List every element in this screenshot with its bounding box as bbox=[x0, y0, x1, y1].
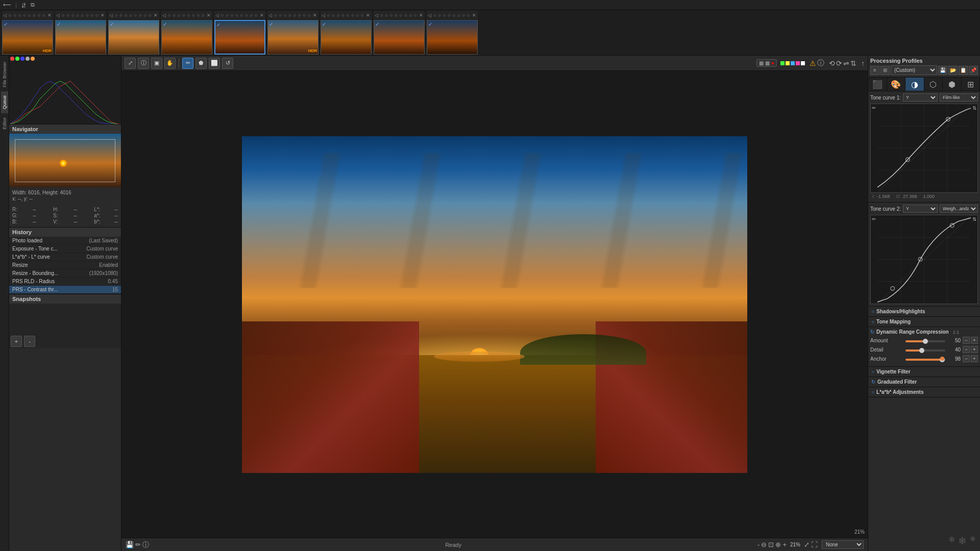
side-tab-editor[interactable]: Editor bbox=[1, 113, 8, 134]
tool-tab-transform[interactable]: ⬡ bbox=[924, 78, 943, 91]
thumb-toolbar-icon[interactable]: ○ bbox=[409, 13, 412, 18]
thumb-toolbar-icon[interactable]: ○ bbox=[337, 13, 339, 18]
brush-button[interactable]: ⬟ bbox=[195, 58, 207, 69]
pp-list-view-btn[interactable]: ≡ bbox=[870, 66, 879, 75]
toolbar-flip-v-icon[interactable]: ⇅ bbox=[850, 59, 856, 67]
thumb-toolbar-icon[interactable]: ○ bbox=[327, 13, 330, 18]
thumb-toolbar-icon[interactable]: ◁ bbox=[3, 13, 7, 18]
thumb-toolbar-icon[interactable]: ○ bbox=[33, 13, 35, 18]
thumb-toolbar-icon[interactable]: ○ bbox=[293, 13, 296, 18]
rect-select-button[interactable]: ⬜ bbox=[209, 58, 220, 69]
thumb-toolbar-icon[interactable]: ○ bbox=[303, 13, 306, 18]
tone-curve-1-chart[interactable] bbox=[871, 104, 977, 192]
tone-curve-1-type-select[interactable]: Film-likeLinearCustom bbox=[940, 93, 978, 102]
thumb-toolbar-icon[interactable]: ○ bbox=[462, 13, 465, 18]
side-tab-file-browser[interactable]: File Browser bbox=[1, 58, 8, 91]
thumb-toolbar-icon[interactable]: ○ bbox=[221, 13, 224, 18]
shadows-highlights-section[interactable]: ○ Shadows/Highlights bbox=[868, 307, 980, 317]
thumb-toolbar-icon[interactable]: ○ bbox=[467, 13, 470, 18]
toolbar-rotate-left-icon[interactable]: ⟲ bbox=[829, 59, 835, 67]
thumb-toolbar-icon[interactable]: ○ bbox=[23, 13, 26, 18]
thumb-toolbar-icon[interactable]: ○ bbox=[187, 13, 190, 18]
pp-save-btn[interactable]: 💾 bbox=[938, 66, 947, 75]
drc-anchor-minus-btn[interactable]: − bbox=[963, 355, 970, 362]
thumb-toolbar-icon[interactable]: ◁ bbox=[428, 13, 431, 18]
tone-curve-1-channel-select[interactable]: YRGB bbox=[903, 93, 938, 102]
thumb-toolbar-icon[interactable]: ○ bbox=[95, 13, 98, 18]
drc-title[interactable]: ↻ Dynamic Range Compression 1:1 bbox=[870, 329, 978, 335]
filmstrip-thumb-7[interactable]: ◁○○○○○○○○✕✓ bbox=[321, 11, 372, 55]
thumb-toolbar-icon[interactable]: ○ bbox=[18, 13, 21, 18]
crop-button[interactable]: ▣ bbox=[151, 58, 162, 69]
zoom-fit-icon[interactable]: ⊡ bbox=[768, 541, 774, 548]
tool-tab-color[interactable]: 🎨 bbox=[887, 78, 906, 91]
thumb-toolbar-icon[interactable]: ✕ bbox=[472, 13, 476, 18]
thumb-toolbar-icon[interactable]: ○ bbox=[173, 13, 175, 18]
thumb-toolbar-icon[interactable]: ○ bbox=[231, 13, 233, 18]
tone-curve-2-type-select[interactable]: Weigh...andardLinear bbox=[940, 205, 978, 213]
thumb-toolbar-icon[interactable]: ○ bbox=[28, 13, 31, 18]
thumb-toolbar-icon[interactable]: ✕ bbox=[366, 13, 370, 18]
history-item[interactable]: PRS RLD - Radius0.45 bbox=[9, 278, 121, 286]
toolbar-rotate-right-icon[interactable]: ⟳ bbox=[836, 59, 842, 67]
thumb-toolbar-icon[interactable]: ○ bbox=[13, 13, 16, 18]
rotate-button[interactable]: ↺ bbox=[222, 58, 233, 69]
thumb-toolbar-icon[interactable]: ○ bbox=[62, 13, 64, 18]
pp-copy-btn[interactable]: 📋 bbox=[959, 66, 968, 75]
zoom-in2-icon[interactable]: + bbox=[782, 541, 787, 548]
filmstrip-thumb-1[interactable]: ◁○○○○○○○○✕✓HDR bbox=[2, 11, 53, 55]
toolbar-export-icon[interactable]: ↑ bbox=[861, 59, 865, 67]
snapshot-remove-button[interactable]: - bbox=[24, 336, 35, 347]
drc-amount-plus-btn[interactable]: + bbox=[971, 337, 978, 344]
zoom-controls[interactable]: - ⊖ ⊡ ⊕ + 21% ⤢ ⛶ bbox=[757, 541, 818, 548]
thumb-toolbar-icon[interactable]: ○ bbox=[404, 13, 407, 18]
thumb-toolbar-icon[interactable]: ○ bbox=[341, 13, 344, 18]
thumb-toolbar-icon[interactable]: ○ bbox=[332, 13, 334, 18]
zoom-in-icon[interactable]: ⊕ bbox=[775, 541, 781, 548]
history-item[interactable]: PRS - Contrast thr...15 bbox=[9, 286, 121, 294]
thumb-toolbar-icon[interactable]: ○ bbox=[91, 13, 93, 18]
filmstrip-thumb-8[interactable]: ◁○○○○○○○○✕✓ bbox=[374, 11, 425, 55]
thumb-toolbar-icon[interactable]: ○ bbox=[71, 13, 74, 18]
thumb-toolbar-icon[interactable]: ○ bbox=[76, 13, 79, 18]
drc-amount-minus-btn[interactable]: − bbox=[963, 337, 970, 344]
drc-detail-minus-btn[interactable]: − bbox=[963, 346, 970, 353]
thumb-toolbar-icon[interactable]: ○ bbox=[361, 13, 363, 18]
thumb-toolbar-icon[interactable]: ○ bbox=[202, 13, 204, 18]
thumb-toolbar-icon[interactable]: ○ bbox=[81, 13, 84, 18]
thumb-toolbar-icon[interactable]: ○ bbox=[255, 13, 257, 18]
thumb-toolbar-icon[interactable]: ○ bbox=[245, 13, 248, 18]
zoom-out-icon[interactable]: - bbox=[757, 541, 760, 548]
thumb-toolbar-icon[interactable]: ○ bbox=[288, 13, 291, 18]
thumb-toolbar-icon[interactable]: ◁ bbox=[375, 13, 378, 18]
thumb-toolbar-icon[interactable]: ○ bbox=[9, 13, 11, 18]
thumb-toolbar-icon[interactable]: ◁ bbox=[56, 13, 60, 18]
thumb-toolbar-icon[interactable]: ○ bbox=[390, 13, 393, 18]
thumb-toolbar-icon[interactable]: ○ bbox=[356, 13, 359, 18]
toolbar-view-icon-1[interactable]: ▦ bbox=[759, 60, 764, 66]
thumb-toolbar-icon[interactable]: ○ bbox=[438, 13, 440, 18]
thumb-toolbar-icon[interactable]: ○ bbox=[119, 13, 122, 18]
thumb-toolbar-icon[interactable]: ◁ bbox=[162, 13, 166, 18]
zoom-fit-btn[interactable]: ⤢ bbox=[804, 541, 810, 548]
history-item[interactable]: ResizeEnabled bbox=[9, 261, 121, 269]
thumb-toolbar-icon[interactable]: ○ bbox=[182, 13, 185, 18]
thumb-toolbar-icon[interactable]: ○ bbox=[308, 13, 310, 18]
tool-tab-exposure[interactable]: ⬛ bbox=[868, 78, 887, 91]
thumb-toolbar-icon[interactable]: ○ bbox=[443, 13, 446, 18]
thumb-toolbar-icon[interactable]: ○ bbox=[385, 13, 387, 18]
thumb-toolbar-icon[interactable]: ○ bbox=[351, 13, 354, 18]
filmstrip-thumb-6[interactable]: ◁○○○○○○○○✕✓HDR bbox=[267, 11, 318, 55]
filmstrip-toolbar-icon-1[interactable]: ⟵ bbox=[3, 2, 11, 8]
curve-2-pencil-icon[interactable]: ✏ bbox=[872, 216, 876, 222]
snapshot-add-button[interactable]: + bbox=[11, 336, 22, 347]
tone-curve-2-channel-select[interactable]: YRGB bbox=[903, 205, 938, 213]
thumb-toolbar-icon[interactable]: ○ bbox=[250, 13, 253, 18]
zoom-out2-icon[interactable]: ⊖ bbox=[761, 541, 767, 548]
thumb-toolbar-icon[interactable]: ○ bbox=[226, 13, 228, 18]
thumb-toolbar-icon[interactable]: ○ bbox=[115, 13, 117, 18]
thumb-toolbar-icon[interactable]: ○ bbox=[139, 13, 141, 18]
zoom-fit-button[interactable]: ⤢ bbox=[125, 58, 136, 69]
hand-button[interactable]: ✋ bbox=[164, 58, 176, 69]
graduated-filter-section[interactable]: ↻ Graduated Filter bbox=[868, 377, 980, 387]
